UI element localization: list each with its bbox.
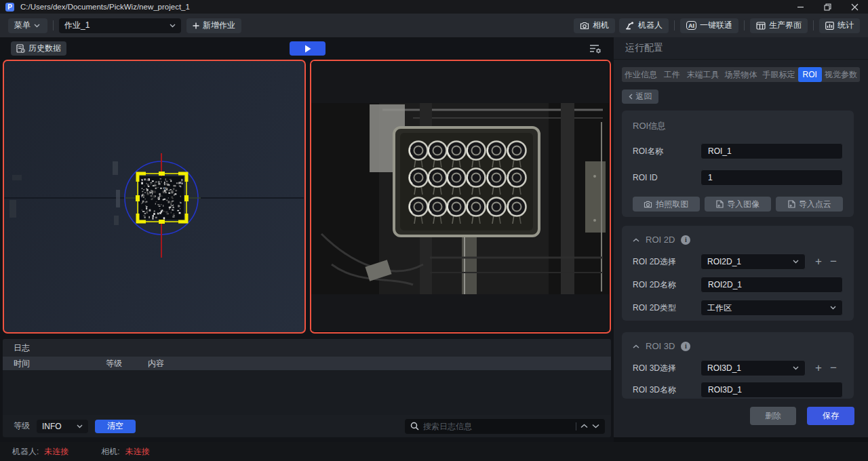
roi-2d-name-input[interactable] bbox=[701, 277, 843, 293]
log-controls: 等级 INFO 清空 bbox=[3, 415, 611, 437]
one-key-connect-label: 一键联通 bbox=[700, 20, 732, 31]
close-button[interactable] bbox=[841, 0, 868, 14]
log-title: 日志 bbox=[3, 339, 611, 357]
roi-2d-name-label: ROI 2D名称 bbox=[633, 279, 701, 291]
back-button[interactable]: 返回 bbox=[622, 89, 658, 104]
log-table-body[interactable] bbox=[3, 370, 611, 415]
robot-status-label: 机器人: bbox=[12, 446, 39, 458]
roi-name-input[interactable] bbox=[701, 143, 843, 159]
play-icon bbox=[304, 45, 311, 53]
log-search-box[interactable] bbox=[405, 419, 605, 434]
camera-photo bbox=[311, 103, 609, 294]
roi-2d-title: ROI 2D bbox=[646, 235, 675, 245]
tab-scene-object[interactable]: 场景物体 bbox=[722, 67, 760, 82]
roi-id-label: ROI ID bbox=[633, 173, 701, 182]
app-window: P C:/Users/dex/Documents/PickWiz/new_pro… bbox=[0, 0, 868, 461]
roi-2d-type-label: ROI 2D类型 bbox=[633, 302, 701, 314]
roi-3d-name-input[interactable] bbox=[701, 382, 843, 398]
camera-viewport-2d[interactable] bbox=[310, 60, 611, 334]
one-key-connect-button[interactable]: AI 一键联通 bbox=[680, 18, 738, 33]
statistics-button[interactable]: 统计 bbox=[819, 18, 860, 33]
camera-status-value: 未连接 bbox=[125, 446, 150, 458]
log-panel: 日志 时间 等级 内容 等级 INFO 清空 bbox=[3, 339, 611, 437]
camera-button[interactable]: 相机 bbox=[574, 18, 615, 33]
log-search-input[interactable] bbox=[423, 422, 572, 431]
roi-2d-remove-button[interactable]: − bbox=[826, 254, 841, 269]
capture-image-button[interactable]: 拍照取图 bbox=[633, 197, 700, 212]
chevron-down-icon[interactable] bbox=[592, 424, 599, 428]
tab-job-info[interactable]: 作业信息 bbox=[622, 67, 660, 82]
toolbar-divider bbox=[744, 20, 745, 31]
viewer-toolbar: 历史数据 bbox=[0, 37, 614, 60]
roi-3d-select[interactable]: ROI3D_1 bbox=[701, 360, 806, 376]
view-settings-button[interactable] bbox=[587, 41, 604, 56]
minimize-button[interactable] bbox=[787, 0, 814, 14]
tab-vision-params[interactable]: 视觉参数 bbox=[822, 67, 860, 82]
add-job-button[interactable]: 新增作业 bbox=[186, 18, 241, 33]
chevron-up-icon[interactable] bbox=[580, 424, 588, 428]
roi-id-input[interactable] bbox=[701, 169, 843, 186]
history-data-button[interactable]: 历史数据 bbox=[11, 41, 66, 56]
roi-2d-type-select[interactable]: 工作区 bbox=[701, 300, 843, 316]
menu-button-label: 菜单 bbox=[14, 20, 31, 31]
collapse-chevron-up-icon[interactable] bbox=[633, 238, 639, 242]
pointcloud-viewport-3d[interactable]: x bbox=[3, 60, 306, 334]
camera-status-label: 相机: bbox=[101, 446, 119, 458]
toolbar-divider bbox=[813, 20, 814, 31]
production-ui-button[interactable]: 生产界面 bbox=[750, 18, 808, 33]
log-level-select[interactable]: INFO bbox=[37, 420, 88, 433]
robot-button[interactable]: 机器人 bbox=[619, 18, 669, 33]
import-image-button[interactable]: 导入图像 bbox=[705, 197, 772, 212]
bar-chart-icon bbox=[825, 22, 834, 30]
info-icon[interactable]: i bbox=[681, 342, 690, 351]
robot-status-value: 未连接 bbox=[44, 446, 68, 458]
chevron-down-icon bbox=[793, 260, 799, 264]
roi-3d-card: ROI 3D i ROI 3D选择 ROI3D_1 + − ROI 3D名称 bbox=[622, 332, 854, 399]
roi-2d-card: ROI 2D i ROI 2D选择 ROI2D_1 + − ROI 2D名称 R… bbox=[622, 226, 854, 321]
grid-window-icon bbox=[756, 22, 766, 30]
delete-button[interactable]: 删除 bbox=[750, 407, 796, 425]
tab-hand-eye-calib[interactable]: 手眼标定 bbox=[760, 67, 798, 82]
log-col-time: 时间 bbox=[14, 358, 106, 369]
tab-end-tool[interactable]: 末端工具 bbox=[684, 67, 722, 82]
main-toolbar: 菜单 作业_1 新增作业 相机 机器人 AI 一键联通 bbox=[0, 14, 868, 37]
camera-button-label: 相机 bbox=[593, 20, 609, 31]
import-image-label: 导入图像 bbox=[727, 199, 760, 210]
production-ui-label: 生产界面 bbox=[769, 20, 802, 31]
chevron-down-icon bbox=[793, 366, 799, 370]
roi-3d-title: ROI 3D bbox=[646, 341, 675, 351]
robot-arm-icon bbox=[625, 21, 635, 30]
run-button[interactable] bbox=[290, 41, 326, 56]
titlebar: P C:/Users/dex/Documents/PickWiz/new_pro… bbox=[0, 0, 868, 14]
letterbox-bottom bbox=[311, 294, 609, 332]
toolbar-divider bbox=[674, 20, 675, 31]
chevron-down-icon bbox=[34, 24, 40, 28]
job-select[interactable]: 作业_1 bbox=[59, 18, 181, 33]
save-button[interactable]: 保存 bbox=[807, 407, 854, 425]
roi-name-label: ROI名称 bbox=[633, 146, 701, 157]
roi-2d-select[interactable]: ROI2D_1 bbox=[701, 254, 806, 270]
coil-parts bbox=[410, 142, 526, 224]
run-config-title: 运行配置 bbox=[614, 37, 868, 60]
back-label: 返回 bbox=[636, 91, 652, 102]
info-icon[interactable]: i bbox=[681, 235, 690, 245]
menu-button[interactable]: 菜单 bbox=[8, 18, 47, 33]
log-col-level: 等级 bbox=[106, 358, 148, 369]
roi-2d-add-button[interactable]: + bbox=[811, 254, 826, 269]
collapse-chevron-up-icon[interactable] bbox=[633, 344, 639, 348]
roi-3d-select-label: ROI 3D选择 bbox=[633, 363, 701, 374]
run-config-panel: 运行配置 作业信息 工件 末端工具 场景物体 手眼标定 ROI 视觉参数 返回 … bbox=[614, 37, 868, 437]
list-settings-icon bbox=[589, 43, 602, 54]
tab-workpiece[interactable]: 工件 bbox=[660, 67, 684, 82]
roi-3d-remove-button[interactable]: − bbox=[826, 361, 841, 376]
tab-roi[interactable]: ROI bbox=[798, 67, 823, 82]
chevron-left-icon bbox=[629, 94, 633, 100]
workspace: 历史数据 bbox=[0, 37, 614, 442]
roi-3d-add-button[interactable]: + bbox=[811, 361, 826, 376]
roi-2d-select-value: ROI2D_1 bbox=[707, 257, 793, 266]
restore-button[interactable] bbox=[814, 0, 841, 14]
import-pointcloud-button[interactable]: 导入点云 bbox=[776, 197, 843, 212]
log-clear-button[interactable]: 清空 bbox=[95, 420, 136, 433]
app-logo-icon: P bbox=[5, 3, 14, 12]
capture-image-label: 拍照取图 bbox=[656, 199, 688, 210]
